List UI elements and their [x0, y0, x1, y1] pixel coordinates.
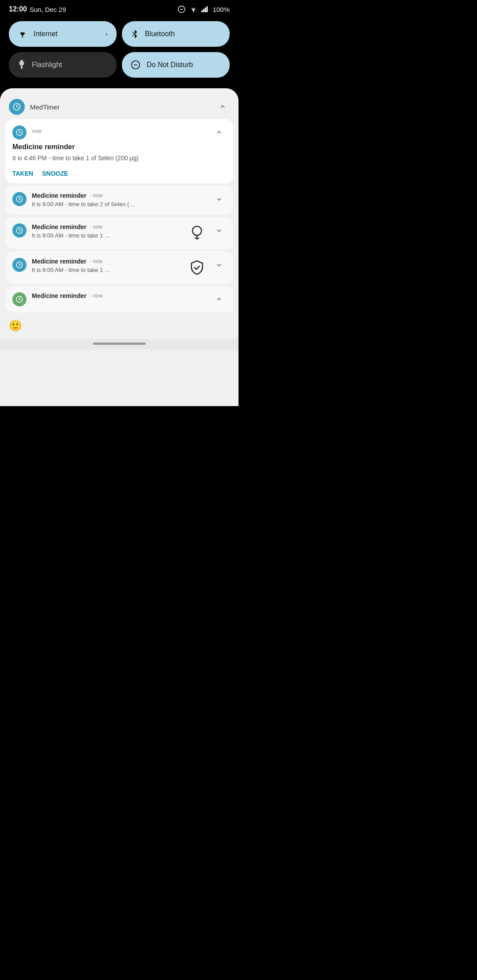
- svg-rect-11: [21, 65, 23, 69]
- quick-tiles: Internet › Bluetooth Flashlight: [0, 17, 238, 87]
- notification-expanded-1: now Medicine reminder It is 4:46 PM - ti…: [5, 119, 233, 183]
- notif-1-body: It is 4:46 PM - time to take 1 of Selen …: [12, 154, 226, 163]
- notif-4-content: Medicine reminder · now It is 9:00 AM - …: [32, 258, 182, 274]
- notification-2: Medicine reminder · now It is 9:00 AM - …: [5, 186, 233, 215]
- notif-1-time: now: [32, 128, 207, 134]
- svg-line-34: [19, 299, 21, 300]
- medtimer-app-header: MedTimer: [0, 95, 238, 117]
- medtimer-app-icon: [9, 99, 25, 115]
- expand-notif-3-button[interactable]: [212, 223, 226, 237]
- bluetooth-tile[interactable]: Bluetooth: [122, 21, 230, 47]
- internet-tile-label: Internet: [34, 30, 57, 38]
- dnd-status-icon: [178, 5, 186, 13]
- notif-1-taken-button[interactable]: Taken: [12, 170, 33, 177]
- signal-icon: [201, 6, 209, 13]
- notification-5-partial: Medicine reminder · now: [5, 286, 233, 313]
- wifi-icon: [189, 6, 198, 13]
- status-bar: 12:00 Sun, Dec 29 100%: [0, 0, 238, 17]
- expand-notif-2-button[interactable]: [212, 192, 226, 206]
- bottom-bar-container: 🙂: [0, 315, 238, 350]
- collapse-app-button[interactable]: [216, 100, 230, 114]
- bottom-emoji[interactable]: 🙂: [9, 320, 22, 332]
- flashlight-tile-label: Flashlight: [32, 61, 62, 69]
- internet-tile[interactable]: Internet ›: [9, 21, 117, 47]
- wifi-tile-icon: [18, 30, 27, 38]
- status-left: 12:00 Sun, Dec 29: [9, 5, 66, 13]
- flashlight-tile[interactable]: Flashlight: [9, 52, 117, 78]
- status-time: 12:00: [9, 5, 27, 13]
- svg-line-31: [19, 265, 21, 266]
- notif-2-time: · now: [90, 192, 103, 199]
- svg-rect-3: [201, 10, 203, 12]
- notif-3-time: · now: [90, 224, 103, 230]
- svg-rect-10: [20, 60, 23, 62]
- notif-1-title: Medicine reminder: [12, 143, 226, 151]
- notif-4-body: It is 9:00 AM - time to take 1 …: [32, 266, 182, 274]
- battery-level: 100%: [213, 6, 230, 13]
- notif-icon-5: [12, 292, 26, 306]
- notif-icon-2: [12, 192, 26, 206]
- notif-icon-4: [12, 258, 26, 272]
- medtimer-app-name: MedTimer: [30, 103, 210, 111]
- svg-line-16: [17, 107, 18, 108]
- notif-1-actions: Taken Snooze: [12, 170, 226, 177]
- collapse-notif-1-button[interactable]: [212, 125, 226, 139]
- dnd-tile-icon: [131, 60, 140, 70]
- notif-5-time: · now: [90, 293, 103, 299]
- notif-5-content: Medicine reminder · now: [32, 292, 207, 301]
- dnd-tile[interactable]: Do Not Disturb: [122, 52, 230, 78]
- notif-3-title: Medicine reminder: [32, 223, 87, 230]
- expand-notif-5-button[interactable]: [212, 292, 226, 306]
- notif-icon-1: [12, 125, 26, 139]
- svg-rect-4: [203, 9, 204, 12]
- notification-4: Medicine reminder · now It is 9:00 AM - …: [5, 252, 233, 283]
- shield-badge-icon: [187, 258, 207, 277]
- notif-icon-3: [12, 223, 26, 237]
- flashlight-tile-icon: [18, 60, 26, 70]
- notification-panel: MedTimer now: [0, 88, 238, 406]
- svg-rect-6: [206, 6, 208, 12]
- bottom-bar: 🙂: [0, 315, 238, 339]
- svg-rect-5: [204, 8, 206, 12]
- notif-4-title: Medicine reminder: [32, 258, 87, 265]
- internet-tile-arrow: ›: [106, 30, 108, 38]
- bluetooth-tile-label: Bluetooth: [145, 30, 175, 38]
- status-date: Sun, Dec 29: [30, 6, 66, 13]
- notif-2-body: It is 9:00 AM - time to take 2 of Selen …: [32, 200, 207, 208]
- notif-1-snooze-button[interactable]: Snooze: [42, 170, 68, 177]
- notif-3-body: It is 9:00 AM - time to take 1 …: [32, 232, 182, 240]
- notif-3-content: Medicine reminder · now It is 9:00 AM - …: [32, 223, 182, 240]
- svg-line-22: [19, 199, 21, 200]
- svg-line-25: [19, 230, 21, 231]
- notification-3: Medicine reminder · now It is 9:00 AM - …: [5, 217, 233, 249]
- expand-notif-4-button[interactable]: [212, 258, 226, 272]
- notif-2-title: Medicine reminder: [32, 192, 87, 199]
- notif-4-time: · now: [90, 258, 103, 264]
- bluetooth-tile-icon: [131, 29, 139, 39]
- svg-point-2: [193, 11, 194, 13]
- svg-point-7: [22, 37, 23, 38]
- home-indicator[interactable]: [93, 343, 146, 345]
- female-badge-icon: [187, 223, 207, 243]
- svg-line-19: [19, 132, 21, 133]
- notif-5-title: Medicine reminder: [32, 292, 87, 299]
- notif-2-content: Medicine reminder · now It is 9:00 AM - …: [32, 192, 207, 208]
- dnd-tile-label: Do Not Disturb: [147, 61, 193, 69]
- status-right: 100%: [178, 5, 230, 13]
- svg-point-26: [193, 226, 202, 236]
